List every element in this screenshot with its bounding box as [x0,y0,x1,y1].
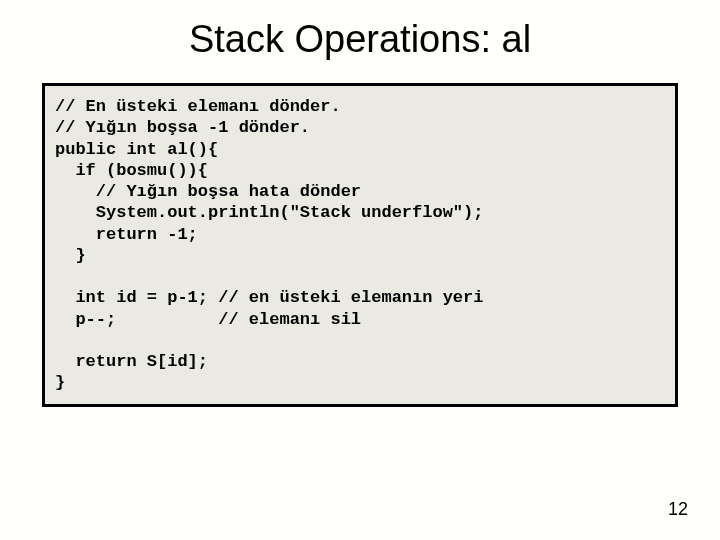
code-line: int id = p-1; // en üsteki elemanın yeri [55,288,483,307]
code-line: public int al(){ [55,140,218,159]
code-line: } [55,246,86,265]
code-line: // En üsteki elemanı dönder. [55,97,341,116]
code-content: // En üsteki elemanı dönder. // Yığın bo… [55,96,665,394]
code-line: System.out.println("Stack underflow"); [55,203,483,222]
page-number: 12 [668,499,688,520]
slide-title: Stack Operations: al [0,0,720,61]
code-line: p--; // elemanı sil [55,310,361,329]
code-line: } [55,373,65,392]
code-line: if (bosmu()){ [55,161,208,180]
code-line: // Yığın boşsa hata dönder [55,182,361,201]
code-line: // Yığın boşsa -1 dönder. [55,118,310,137]
code-line: return -1; [55,225,198,244]
code-block: // En üsteki elemanı dönder. // Yığın bo… [42,83,678,407]
code-line: return S[id]; [55,352,208,371]
